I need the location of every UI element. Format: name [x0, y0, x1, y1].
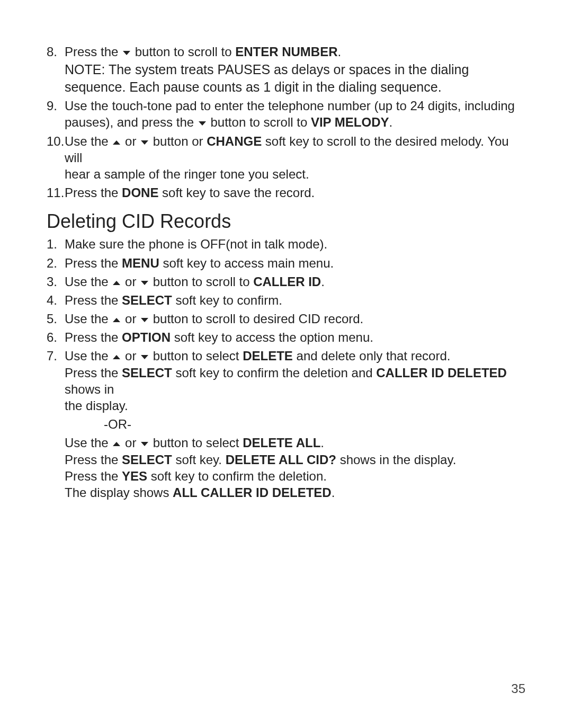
- text: Make sure the phone is: [65, 237, 200, 251]
- step-9: 9. Use the touch-tone pad to enter the t…: [47, 97, 525, 130]
- text: or: [121, 274, 140, 289]
- bold-text: SELECT: [122, 452, 172, 467]
- step-content: Make sure the phone is OFF(not in talk m…: [65, 236, 525, 252]
- text: button to scroll to: [131, 45, 235, 59]
- step-number: 1.: [47, 236, 65, 252]
- page: 8. Press the button to scroll to ENTER N…: [0, 0, 572, 728]
- note-line: sequence. Each pause counts as 1 digit i…: [65, 78, 525, 96]
- text: Press the: [65, 366, 122, 380]
- text: Use the touch-tone pad to enter the tele…: [65, 99, 515, 113]
- bold-text: DELETE: [243, 349, 293, 363]
- text: soft key to access the option menu.: [171, 330, 373, 344]
- step-3: 3. Use the or button to scroll to CALLER…: [47, 273, 525, 290]
- text: hear a sample of the ringer tone you sel…: [65, 167, 309, 181]
- up-arrow-icon: [113, 318, 120, 322]
- text: soft key to confirm the deletion and: [172, 366, 377, 380]
- bold-text: VIP MELODY: [311, 115, 389, 129]
- text: or: [121, 436, 140, 450]
- step-1: 1. Make sure the phone is OFF(not in tal…: [47, 236, 525, 252]
- text: Press the: [65, 452, 122, 467]
- step-7: 7. Use the or button to select DELETE an…: [47, 348, 525, 501]
- text: button to scroll to: [149, 274, 253, 289]
- step-number: 2.: [47, 255, 65, 271]
- step-number: 7.: [47, 348, 65, 501]
- up-arrow-icon: [113, 281, 120, 285]
- step-content: Use the or button to scroll to CALLER ID…: [65, 273, 525, 290]
- step-11: 11. Press the DONE soft key to save the …: [47, 184, 525, 201]
- up-arrow-icon: [113, 355, 120, 359]
- up-arrow-icon: [113, 442, 120, 446]
- step-number: 4.: [47, 292, 65, 308]
- step-number: 11.: [47, 184, 65, 201]
- step-number: 6.: [47, 329, 65, 345]
- step-10: 10. Use the or button or CHANGE soft key…: [47, 133, 525, 183]
- text: .: [320, 436, 324, 450]
- text: soft key to confirm the deletion.: [147, 469, 327, 483]
- text: Press the: [65, 256, 122, 270]
- step-number: 5.: [47, 310, 65, 327]
- text: shows in the display.: [336, 452, 456, 467]
- text: .: [321, 274, 325, 289]
- text: .: [338, 45, 342, 59]
- step-content: Press the OPTION soft key to access the …: [65, 329, 525, 345]
- bold-text: DONE: [122, 185, 158, 200]
- down-arrow-icon: [141, 355, 148, 359]
- down-arrow-icon: [199, 121, 206, 126]
- text: or: [121, 312, 140, 326]
- text: button or: [149, 134, 207, 148]
- text: button to scroll to: [207, 115, 311, 129]
- step-number: 8.: [47, 43, 65, 95]
- note-block: NOTE: The system treats PAUSES as delays…: [65, 61, 525, 95]
- step-content: Use the or button to select DELETE and d…: [65, 348, 525, 501]
- text: Use the: [65, 274, 112, 289]
- step-content: Use the or button or CHANGE soft key to …: [65, 133, 525, 183]
- up-arrow-icon: [113, 140, 120, 145]
- bold-text: DELETE ALL CID?: [226, 452, 336, 467]
- text: soft key to save the record.: [158, 185, 315, 200]
- text: shows in: [65, 382, 114, 396]
- step-number: 9.: [47, 97, 65, 130]
- text: Press the: [65, 293, 122, 307]
- down-arrow-icon: [141, 442, 148, 446]
- text: button to select: [149, 349, 243, 363]
- text: pauses), and press the: [65, 115, 198, 129]
- step-5: 5. Use the or button to scroll to desire…: [47, 310, 525, 327]
- step-2: 2. Press the MENU soft key to access mai…: [47, 255, 525, 271]
- text: Use the: [65, 312, 112, 326]
- bold-text: CALLER ID: [253, 274, 321, 289]
- text: or: [121, 134, 140, 148]
- text: button to scroll to desired CID record.: [149, 312, 363, 326]
- step-6: 6. Press the OPTION soft key to access t…: [47, 329, 525, 345]
- note-line: NOTE: The system treats PAUSES as delays…: [65, 61, 525, 78]
- or-separator: -OR-: [65, 416, 525, 432]
- down-arrow-icon: [141, 318, 148, 322]
- bold-text: DELETE ALL: [243, 436, 320, 450]
- step-content: Press the DONE soft key to save the reco…: [65, 184, 525, 201]
- text: OFF: [200, 237, 226, 251]
- text: Press the: [65, 45, 122, 59]
- step-content: Use the or button to scroll to desired C…: [65, 310, 525, 327]
- text: .: [389, 115, 393, 129]
- text: (not in talk mode).: [226, 237, 327, 251]
- step-content: Press the button to scroll to ENTER NUMB…: [65, 43, 525, 95]
- section-heading: Deleting CID Records: [47, 210, 525, 233]
- text: soft key.: [172, 452, 226, 467]
- step-content: Use the touch-tone pad to enter the tele…: [65, 97, 525, 130]
- text: the display.: [65, 398, 128, 413]
- bold-text: CALLER ID DELETED: [376, 366, 507, 380]
- down-arrow-icon: [141, 281, 148, 285]
- bold-text: CHANGE: [207, 134, 262, 148]
- bold-text: YES: [122, 469, 147, 483]
- text: or: [121, 349, 140, 363]
- page-number: 35: [511, 681, 525, 696]
- text: Use the: [65, 349, 112, 363]
- text: Press the: [65, 185, 122, 200]
- text: soft key to access main menu.: [159, 256, 334, 270]
- alt-block: Use the or button to select DELETE ALL. …: [65, 434, 525, 501]
- text: soft key to confirm.: [172, 293, 282, 307]
- continued-steps-list: 8. Press the button to scroll to ENTER N…: [47, 43, 525, 201]
- step-content: Press the SELECT soft key to confirm.: [65, 292, 525, 308]
- step-content: Press the MENU soft key to access main m…: [65, 255, 525, 271]
- bold-text: SELECT: [122, 366, 172, 380]
- text: button to select: [149, 436, 243, 450]
